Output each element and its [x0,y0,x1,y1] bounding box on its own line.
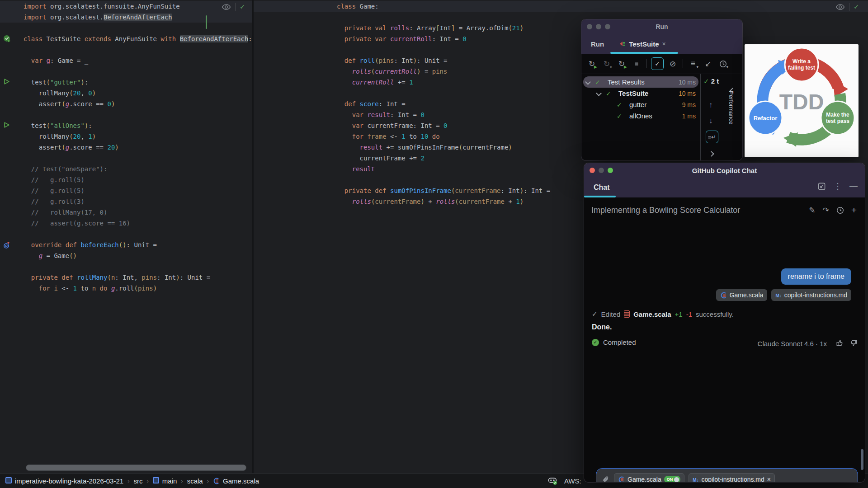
code-line: override def beforeEach(): Unit = [24,239,157,250]
test-name[interactable]: Test Results [608,78,645,86]
code-line: // g.roll(5) [24,174,85,185]
context-chip[interactable]: Game.scala [716,289,768,301]
code-line: private def rollMany(n: Int, pins: Int):… [24,272,210,283]
horizontal-scrollbar[interactable] [26,465,246,471]
editor-pane-testsuite[interactable]: import org.scalatest.funsuite.AnyFunSuit… [0,0,252,473]
test-history-icon[interactable]: ▾ [717,58,729,70]
chat-input-box[interactable]: Game.scalaONM↓copilot-instructions.md× t… [596,468,858,482]
close-window-icon[interactable] [587,24,592,29]
context-chip[interactable]: Game.scalaON [614,473,684,482]
zoom-window-icon[interactable] [608,168,613,173]
rerun-all-icon[interactable]: ↻▶ [616,58,627,70]
minimize-window-icon[interactable] [599,168,604,173]
breadcrumb-item[interactable]: Game.scala [213,477,259,485]
folder-icon [5,477,12,485]
run-toolbar: ↻▶↻●↻▶■✓⊘≡▾↙▾ [581,54,742,74]
more-options-icon[interactable]: ⋮ [834,182,842,191]
run-window-title: Run [656,23,668,30]
divider [235,3,236,11]
chip-label: Game.scala [627,476,661,482]
undo-icon[interactable]: ↷ [822,206,829,215]
test-tree-row[interactable]: ✓Test Results10 ms [581,76,700,88]
performance-tab-label[interactable]: Performance [728,91,735,124]
rerun-icon[interactable]: ↻▶ [586,58,598,70]
close-window-icon[interactable] [590,168,595,173]
run-test-icon[interactable] [3,78,12,87]
up-arrow-icon[interactable]: ↑ [709,101,713,110]
breadcrumb: imperative-bowling-kata-2026-03-21›src›m… [5,474,259,488]
context-chip[interactable]: M↓copilot-instructions.md× [689,473,775,482]
tab-chat[interactable]: Chat [594,183,610,192]
aws-status-label[interactable]: AWS: [564,477,581,485]
chat-conversation: Implementing a Bowling Score Calculator … [584,197,865,482]
test-tree-row[interactable]: ✓gutter9 ms [581,99,700,110]
breadcrumb-item[interactable]: main [153,477,177,485]
test-passed-icon: ✓ [595,79,600,86]
code-line: // g.roll(3) [24,196,85,207]
inspection-widget[interactable]: ✓ [222,3,245,11]
chip-label: copilot-instructions.md [784,291,847,299]
remove-chip-icon[interactable]: × [767,476,771,482]
toolbar-divider [646,59,647,68]
new-chat-icon[interactable]: + [851,205,857,216]
edited-file-name[interactable]: Game.scala [633,310,671,318]
hide-window-icon[interactable]: — [849,182,858,191]
test-results-tree: ✓Test Results10 ms✓TestSuite10 ms✓gutter… [581,74,700,160]
minimize-window-icon[interactable] [596,24,601,29]
code-line: var g: Game = _ [24,55,88,66]
run-window-titlebar[interactable]: Run [581,19,742,34]
file-icon [624,310,630,318]
chip-label: Game.scala [730,291,764,299]
sort-by-duration-icon[interactable]: ≡▾ [687,58,699,70]
stop-icon[interactable]: ■ [631,58,642,70]
chat-window-titlebar[interactable]: GitHub Copilot Chat [584,163,865,178]
test-name[interactable]: allOnes [629,112,652,120]
context-chip[interactable]: M↓copilot-instructions.md [771,289,851,301]
tdd-cycle-image: Write a failing test Make the test pass … [745,44,859,157]
chevron-down-icon[interactable] [596,90,602,96]
code-line: assert(g.score == 20) [24,142,119,153]
inspection-widget[interactable]: ✓ [835,3,859,11]
tab-testsuite[interactable]: TestSuite × [619,40,666,48]
run-test-icon[interactable] [3,122,12,131]
code-line: def roll(pins: Int): Unit = [337,55,448,66]
test-duration: 10 ms [679,79,696,86]
test-tree-row[interactable]: ✓allOnes1 ms [581,110,700,122]
thumbs-up-icon[interactable] [836,339,844,347]
breadcrumb-item[interactable]: src [133,477,142,485]
down-arrow-icon[interactable]: ↓ [709,117,713,126]
show-ignored-icon[interactable]: ⊘ [667,58,679,70]
copilot-status-icon[interactable] [548,477,558,485]
soft-wrap-icon[interactable]: ≡↵ [706,131,718,143]
code-line: test("allOnes"): [24,120,92,131]
breadcrumb-item[interactable]: imperative-bowling-kata-2026-03-21 [5,477,123,485]
code-line: for frame <- 1 to 10 do [337,131,440,142]
zoom-window-icon[interactable] [605,24,610,29]
thumbs-down-icon[interactable] [849,339,858,347]
override-method-icon[interactable] [3,241,12,250]
breadcrumb-item[interactable]: scala [187,477,203,485]
eye-icon[interactable] [222,4,231,10]
show-passed-icon[interactable]: ✓ [651,57,664,70]
pen-icon[interactable]: ✎ [809,206,815,215]
navigate-to-source-icon[interactable]: ↙ [702,58,714,70]
no-problems-check-icon[interactable]: ✓ [240,3,245,11]
svg-text:failing test: failing test [788,65,815,71]
open-in-editor-icon[interactable] [817,182,826,191]
run-all-tests-icon[interactable] [3,35,12,44]
code-line: rollMany(20, 0) [24,88,96,99]
no-problems-check-icon[interactable]: ✓ [854,3,859,11]
attach-icon[interactable] [602,476,610,483]
eye-icon[interactable] [835,4,845,10]
context-on-toggle[interactable]: ON [664,476,681,482]
tab-run[interactable]: Run [591,40,604,48]
test-name[interactable]: gutter [629,101,646,108]
test-name[interactable]: TestSuite [618,89,648,97]
close-tab-icon[interactable]: × [662,40,666,47]
history-icon[interactable] [836,206,844,214]
test-tree-row[interactable]: ✓TestSuite10 ms [581,88,700,99]
thread-title: Implementing a Bowling Score Calculator [591,206,740,215]
rerun-failed-icon[interactable]: ↻● [601,58,613,70]
chat-scrollbar[interactable] [861,449,863,470]
expand-right-icon[interactable] [709,150,713,158]
